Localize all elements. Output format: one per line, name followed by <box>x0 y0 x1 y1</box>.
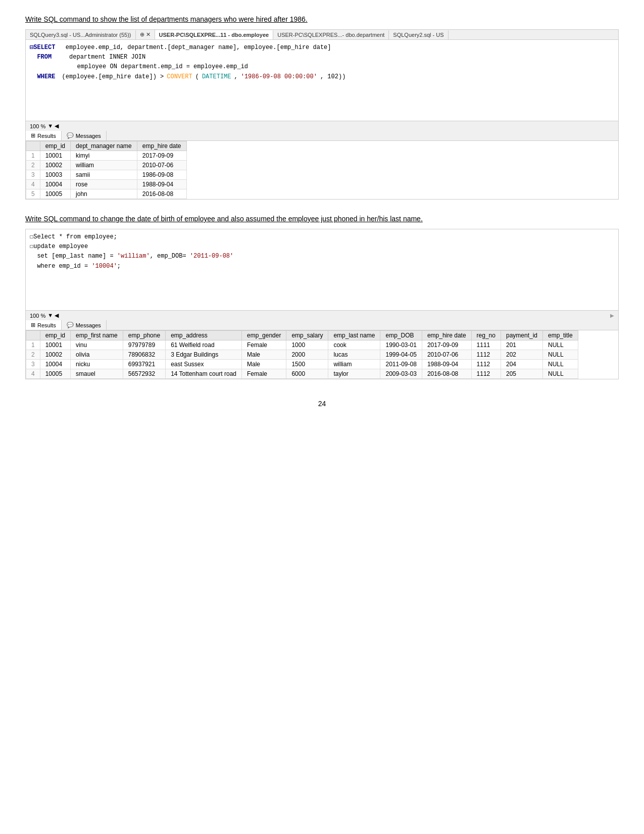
code2-line-1: ☐Select * from employee; <box>30 232 614 242</box>
zoom-bar-2: 100 % ▼ ◀ ▶ <box>26 310 618 320</box>
table-row: 1 10001 vinu 97979789 61 Welfield road F… <box>26 340 578 350</box>
cell-emp-id: 10001 <box>40 151 70 161</box>
from-clause: department INNER JOIN <box>55 53 145 62</box>
table-row: 2 10002 william 2010-07-06 <box>26 161 187 170</box>
row-num: 2 <box>26 161 40 170</box>
cell-emp-hire-date: 1988-09-04 <box>137 180 186 189</box>
code2-select: ☐Select * from employee; <box>30 232 117 242</box>
tab-sqlquery3[interactable]: SQLQuery3.sql - US...Administrator (55)) <box>26 30 136 39</box>
cell-emp-hire-date: 1986-09-08 <box>137 170 186 180</box>
cell-dept-manager-name: john <box>71 189 137 199</box>
results-tab-messages-1[interactable]: 💬 Messages <box>62 131 107 140</box>
cell-emp-hire-date: 2017-09-09 <box>137 151 186 161</box>
cell-gender: Female <box>242 369 286 379</box>
cell-hire-date: 1988-09-04 <box>422 360 471 369</box>
col2-last-name: emp_last name <box>328 331 380 340</box>
select-fields: employee.emp_id, department.[dept_manage… <box>58 43 331 53</box>
keyword-select: ⊟SELECT <box>30 43 55 53</box>
results-table-1: emp_id dept_manager name emp_hire date 1… <box>26 141 187 199</box>
results-tab-messages-2[interactable]: 💬 Messages <box>62 320 107 330</box>
cell-phone: 56572932 <box>123 369 165 379</box>
zoom-controls-1: ▼ ◀ <box>47 123 59 129</box>
code-line-4: WHERE (employee.[emp_hire date]) > CONVE… <box>30 72 614 82</box>
cell-emp-id: 10002 <box>40 350 70 360</box>
sql-editor-1: SQLQuery3.sql - US...Administrator (55))… <box>25 29 619 200</box>
results-label-1: Results <box>37 133 56 139</box>
cell-salary: 1500 <box>286 360 328 369</box>
messages-icon-1: 💬 <box>67 132 74 139</box>
col2-address: emp_address <box>166 331 242 340</box>
cell-hire-date: 2016-08-08 <box>422 369 471 379</box>
cell-gender: Male <box>242 360 286 369</box>
tab-department[interactable]: USER-PC\SQLEXPRES...- dbo.department <box>273 30 389 39</box>
cell-emp-title: NULL <box>543 350 578 360</box>
sql-code-area-2: ☐Select * from employee; ☐update employe… <box>26 229 618 310</box>
cell-emp-title: NULL <box>543 360 578 369</box>
sql-editor-2: ☐Select * from employee; ☐update employe… <box>25 229 619 379</box>
cell-payment-id: 204 <box>501 360 542 369</box>
cell-last-name: taylor <box>328 369 380 379</box>
table-row: 5 10005 john 2016-08-08 <box>26 189 187 199</box>
cell-first-name: nicku <box>71 360 123 369</box>
table-row: 3 10003 samii 1986-09-08 <box>26 170 187 180</box>
where-clause-4: , 102)) <box>320 72 345 82</box>
col2-gender: emp_gender <box>242 331 286 340</box>
code2-where: where emp_id = '10004'; <box>30 262 121 271</box>
where-clause-1: (employee.[emp_hire date]) > <box>58 72 164 82</box>
results-tabs-2: ⊞ Results 💬 Messages <box>26 320 618 330</box>
code2-set: set [emp_last name] = 'william', emp_DOB… <box>30 252 233 261</box>
question2-heading: Write SQL command to change the date of … <box>25 215 619 223</box>
cell-dob: 2009-03-03 <box>380 369 422 379</box>
col2-dob: emp_DOB <box>380 331 422 340</box>
tab-sqlquery2[interactable]: SQLQuery2.sql - US <box>389 30 448 39</box>
zoom-level-1: 100 % <box>30 123 45 129</box>
cell-phone: 78906832 <box>123 350 165 360</box>
page-number: 24 <box>25 400 619 408</box>
results-tab-results-2[interactable]: ⊞ Results <box>26 320 62 330</box>
cell-emp-id: 10005 <box>40 369 70 379</box>
col2-salary: emp_salary <box>286 331 328 340</box>
cell-gender: Male <box>242 350 286 360</box>
cell-address: east Sussex <box>166 360 242 369</box>
col2-reg-no: reg_no <box>471 331 501 340</box>
cell-emp-hire-date: 2016-08-08 <box>137 189 186 199</box>
code-line-3: employee ON department.emp_id = employee… <box>30 62 614 72</box>
question1-heading: Write SQL command to show the list of de… <box>25 15 619 23</box>
cell-emp-id: 10001 <box>40 340 70 350</box>
col-emp-id-1: emp_id <box>40 141 70 151</box>
cell-first-name: smauel <box>71 369 123 379</box>
col2-emp-id: emp_id <box>40 331 70 340</box>
keyword-convert: CONVERT <box>167 72 192 82</box>
cell-dept-manager-name: william <box>71 161 137 170</box>
results-tab-results-1[interactable]: ⊞ Results <box>26 131 62 140</box>
cell-payment-id: 201 <box>501 340 542 350</box>
cell-emp-id: 10003 <box>40 170 70 180</box>
messages-label-1: Messages <box>76 133 101 139</box>
cell-address: 14 Tottenham court road <box>166 369 242 379</box>
col-dept-manager-name: dept_manager name <box>71 141 137 151</box>
cell-last-name: cook <box>328 340 380 350</box>
cell-salary: 1000 <box>286 340 328 350</box>
cell-salary: 2000 <box>286 350 328 360</box>
code-line-1: ⊟SELECT employee.emp_id, department.[dep… <box>30 43 614 53</box>
col2-payment-id: payment_id <box>501 331 542 340</box>
table-row: 2 10002 olivia 78906832 3 Edgar Building… <box>26 350 578 360</box>
row-num: 4 <box>26 180 40 189</box>
code2-update: ☐update employee <box>30 242 88 252</box>
code2-line-4: where emp_id = '10004'; <box>30 262 614 271</box>
cell-emp-id: 10004 <box>40 360 70 369</box>
row-num: 3 <box>26 360 40 369</box>
cell-phone: 69937921 <box>123 360 165 369</box>
tab-close[interactable]: ⊕ ✕ <box>136 30 155 39</box>
code2-line-2: ☐update employee <box>30 242 614 252</box>
code2-line-3: set [emp_last name] = 'william', emp_DOB… <box>30 252 614 261</box>
tab-employee[interactable]: USER-PC\SQLEXPRE...11 - dbo.employee <box>155 30 274 39</box>
row-num: 4 <box>26 369 40 379</box>
code-line-2: FROM department INNER JOIN <box>30 53 614 62</box>
cell-gender: Female <box>242 340 286 350</box>
cell-reg-no: 1111 <box>471 340 501 350</box>
grid-icon-1: ⊞ <box>31 132 35 139</box>
results-table-wrapper-1: emp_id dept_manager name emp_hire date 1… <box>26 141 618 199</box>
row-num: 2 <box>26 350 40 360</box>
row-num: 1 <box>26 151 40 161</box>
